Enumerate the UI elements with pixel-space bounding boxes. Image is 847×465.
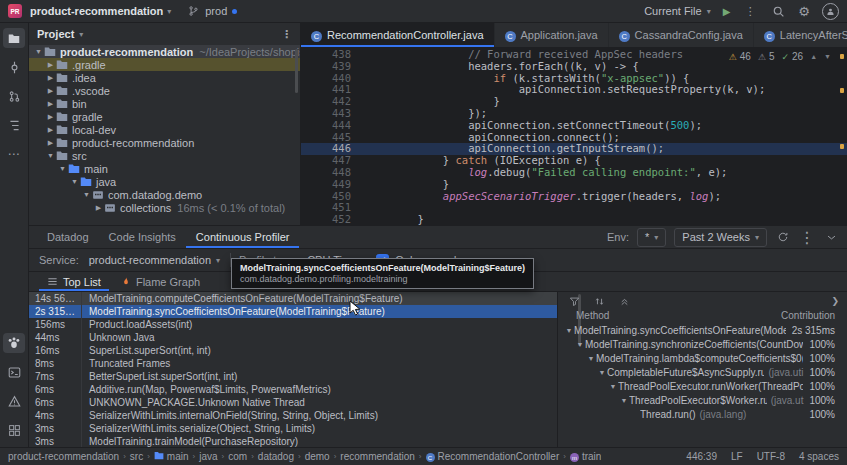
chevron-right-icon[interactable]: ▶ bbox=[45, 139, 56, 147]
code-line[interactable]: 451 bbox=[301, 202, 847, 214]
code-line[interactable]: 447 } catch (IOException e) { bbox=[301, 155, 847, 167]
line-separator[interactable]: LF bbox=[731, 451, 743, 462]
app-logo-icon[interactable]: PR bbox=[8, 4, 22, 18]
breadcrumb-item[interactable]: demo bbox=[305, 451, 330, 462]
chevron-right-icon[interactable]: ❯ bbox=[831, 296, 839, 306]
breadcrumb-item[interactable]: src bbox=[130, 451, 143, 462]
code-editor[interactable]: 438 // Forward received AppSec headers43… bbox=[301, 48, 847, 226]
view-tab-top-list[interactable]: Top List bbox=[39, 272, 109, 291]
breadcrumb-item[interactable]: CRecommendationController bbox=[426, 451, 560, 463]
chevron-right-icon[interactable]: ▶ bbox=[45, 74, 56, 82]
inspections-widget[interactable]: ⚠46⚠5✓26▲▼ bbox=[729, 51, 831, 62]
call-tree-row[interactable]: ▼ModelTraining.lambda$computeCoefficient… bbox=[558, 351, 847, 365]
editor-tab[interactable]: CLatencyAfterStartupFilter.java bbox=[754, 23, 847, 47]
breadcrumb-item[interactable]: product-recommendation bbox=[8, 451, 119, 462]
code-line[interactable]: 445 apiConnection.connect(); bbox=[301, 132, 847, 144]
code-line[interactable]: 448 log.debug("Failed calling endpoint:"… bbox=[301, 167, 847, 179]
next-problem-icon[interactable]: ▼ bbox=[824, 53, 831, 60]
editor-tab[interactable]: CCassandraConfig.java bbox=[609, 23, 754, 47]
chevron-down-icon[interactable]: ▼ bbox=[45, 152, 56, 159]
refresh-icon[interactable] bbox=[775, 229, 791, 245]
env-select[interactable]: * ▾ bbox=[637, 228, 666, 247]
filter-icon[interactable] bbox=[566, 293, 582, 309]
terminal-icon[interactable] bbox=[3, 362, 25, 382]
chevron-right-icon[interactable]: ▶ bbox=[45, 61, 56, 69]
line-number[interactable]: 444 bbox=[301, 120, 367, 132]
file-encoding[interactable]: UTF-8 bbox=[757, 451, 785, 462]
tool-window-tab-continuous-profiler[interactable]: Continuous Profiler bbox=[186, 226, 300, 248]
profile-method-row[interactable]: 14s 56…ModelTraining.computeCoefficients… bbox=[29, 292, 557, 305]
chevron-right-icon[interactable]: ▶ bbox=[45, 113, 56, 121]
project-tree-item[interactable]: ▶.vscode bbox=[29, 84, 300, 97]
analysis-mark[interactable] bbox=[840, 54, 844, 59]
project-tree-item[interactable]: ▶.gradle bbox=[29, 58, 300, 71]
call-tree-row[interactable]: ▼ModelTraining.synchronizeCoefficients(C… bbox=[558, 337, 847, 351]
profile-method-row[interactable]: 16msSuperList.superSort(int, int) bbox=[29, 344, 557, 357]
call-tree-row[interactable]: Thread.run()(java.lang)100% bbox=[558, 407, 847, 421]
caret-position[interactable]: 446:39 bbox=[686, 451, 717, 462]
chevron-down-icon[interactable]: ▼ bbox=[575, 341, 585, 348]
code-line[interactable]: 443 }); bbox=[301, 108, 847, 120]
project-tree-item[interactable]: ▶local-dev bbox=[29, 123, 300, 136]
project-tree-item[interactable]: ▶bin bbox=[29, 97, 300, 110]
indent-style[interactable]: 4 spaces bbox=[799, 451, 839, 462]
more-tools-icon[interactable]: ⋯ bbox=[3, 144, 25, 164]
view-tab-flame-graph[interactable]: Flame Graph bbox=[113, 272, 208, 291]
project-scrollbar[interactable] bbox=[295, 49, 298, 93]
service-select[interactable]: product-recommendation ▾ bbox=[87, 252, 222, 269]
chevron-down-icon[interactable]: ▼ bbox=[586, 355, 596, 362]
method-column-header[interactable]: Method bbox=[576, 310, 609, 321]
code-line[interactable]: 440 if (k.startsWith("x-appsec")) { bbox=[301, 73, 847, 85]
line-number[interactable]: 449 bbox=[301, 179, 367, 191]
chevron-right-icon[interactable]: ▶ bbox=[45, 126, 56, 134]
project-tree-item[interactable]: ▶gradle bbox=[29, 110, 300, 123]
chevron-down-icon[interactable]: ▼ bbox=[33, 48, 44, 55]
code-line[interactable]: 442 } bbox=[301, 96, 847, 108]
profile-method-row[interactable]: 7msBetterSuperList.superSort(int, int) bbox=[29, 370, 557, 383]
code-line[interactable]: 450 appSecScenarioTrigger.trigger(header… bbox=[301, 191, 847, 203]
branch-widget[interactable]: prod bbox=[185, 3, 237, 19]
code-line[interactable]: 444 apiConnection.setConnectTimeout(500)… bbox=[301, 120, 847, 132]
call-tree-row[interactable]: ▼CompletableFuture$AsyncSupply.run()(jav… bbox=[558, 365, 847, 379]
line-number[interactable]: 443 bbox=[301, 108, 367, 120]
breadcrumb-item[interactable]: recommendation bbox=[340, 451, 414, 462]
project-panel-options-icon[interactable]: ⋮ bbox=[281, 28, 292, 41]
profile-method-row[interactable]: 6msAdditive.run(Map, Powerwaf$Limits, Po… bbox=[29, 383, 557, 396]
pull-requests-icon[interactable] bbox=[3, 86, 25, 106]
editor-tab[interactable]: CRecommendationController.java bbox=[301, 23, 495, 47]
call-tree-row[interactable]: ▼ThreadPoolExecutor.runWorker(ThreadPool… bbox=[558, 379, 847, 393]
chevron-down-icon[interactable]: ▼ bbox=[619, 397, 629, 404]
chevron-down-icon[interactable]: ▼ bbox=[608, 383, 618, 390]
code-line[interactable]: 441 apiConnection.setRequestProperty(k, … bbox=[301, 84, 847, 96]
user-avatar-icon[interactable] bbox=[822, 3, 839, 20]
run-button[interactable]: ▶ bbox=[723, 6, 731, 17]
project-tree-item[interactable]: ▼product-recommendation~/IdeaProjects/sh… bbox=[29, 45, 300, 58]
chevron-down-icon[interactable]: ▼ bbox=[81, 191, 92, 198]
breadcrumb-item[interactable]: java bbox=[199, 451, 217, 462]
datadog-icon[interactable] bbox=[3, 333, 25, 353]
problems-icon[interactable] bbox=[3, 391, 25, 411]
call-tree-row[interactable]: ▼ThreadPoolExecutor$Worker.run()(java.ut… bbox=[558, 393, 847, 407]
project-panel-header[interactable]: Project ▾ ⋮ bbox=[29, 23, 300, 45]
analysis-mark[interactable] bbox=[840, 144, 844, 149]
warning-indicator[interactable]: ⚠46 bbox=[729, 51, 751, 62]
chevron-down-icon[interactable]: ▼ bbox=[597, 369, 607, 376]
profile-method-row[interactable]: 2s 315…ModelTraining.syncCoefficientsOnF… bbox=[29, 305, 557, 318]
project-tree-item[interactable]: ▼src bbox=[29, 149, 300, 162]
project-tree-item[interactable]: ▼main bbox=[29, 162, 300, 175]
chevron-right-icon[interactable]: ▶ bbox=[45, 100, 56, 108]
code-line[interactable]: 439 headers.forEach((k, v) -> { bbox=[301, 61, 847, 73]
passed-indicator[interactable]: ✓26 bbox=[781, 51, 803, 62]
tool-window-tab-datadog[interactable]: Datadog bbox=[37, 226, 99, 248]
chevron-down-icon[interactable]: ▼ bbox=[69, 178, 80, 185]
project-tree-item[interactable]: ▶.idea bbox=[29, 71, 300, 84]
breadcrumb-item[interactable]: com bbox=[228, 451, 247, 462]
run-configuration-selector[interactable]: Current File ▾ bbox=[644, 5, 710, 17]
project-icon[interactable] bbox=[3, 28, 25, 48]
profile-method-row[interactable]: 4msSerializerWithLimits.internalOnField(… bbox=[29, 409, 557, 422]
period-select[interactable]: Past 2 Weeks ▾ bbox=[674, 228, 767, 247]
profile-method-row[interactable]: 8msTruncated Frames bbox=[29, 357, 557, 370]
settings-gear-icon[interactable]: ⚙ bbox=[798, 4, 810, 19]
profile-method-row[interactable]: 44msUnknown Java bbox=[29, 331, 557, 344]
previous-problem-icon[interactable]: ▲ bbox=[810, 53, 817, 60]
